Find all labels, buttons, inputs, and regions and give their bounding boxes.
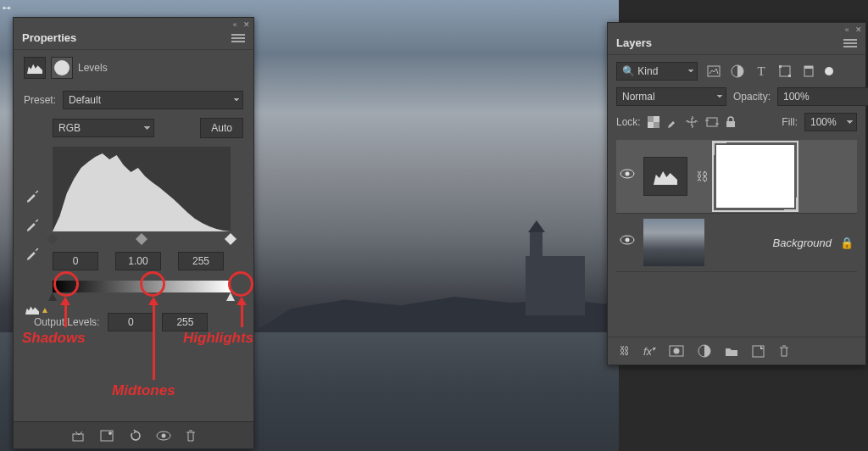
- levels-adjustment-icon[interactable]: [24, 57, 46, 79]
- new-group-icon[interactable]: [725, 346, 738, 357]
- background-thumb[interactable]: [643, 219, 704, 266]
- add-mask-icon[interactable]: [669, 345, 684, 357]
- lock-badge-icon: 🔒: [840, 237, 854, 249]
- preset-label: Preset:: [24, 94, 56, 106]
- filter-shape-icon[interactable]: [777, 64, 793, 79]
- svg-rect-17: [726, 121, 735, 127]
- opacity-label: Opacity:: [733, 91, 771, 103]
- lock-pixels-icon[interactable]: [666, 116, 678, 128]
- eyedropper-black-icon[interactable]: [25, 187, 42, 204]
- levels-histogram: [53, 147, 231, 231]
- properties-footer: [14, 421, 253, 448]
- lock-transparency-icon[interactable]: [648, 116, 659, 128]
- layers-footer: ⛓ fx▾: [608, 337, 865, 365]
- midtone-input[interactable]: [115, 252, 161, 270]
- svg-point-19: [626, 172, 630, 176]
- highlight-input[interactable]: [178, 252, 224, 270]
- svg-point-23: [674, 348, 680, 354]
- svg-rect-12: [648, 116, 654, 122]
- lock-all-icon[interactable]: [726, 116, 736, 128]
- close-icon[interactable]: ✕: [243, 20, 250, 29]
- eyedropper-gray-icon[interactable]: [25, 216, 42, 233]
- mask-icon[interactable]: [51, 57, 73, 79]
- link-icon[interactable]: ⛓: [696, 170, 708, 183]
- visibility-toggle-icon[interactable]: [156, 431, 171, 441]
- output-low-input[interactable]: [108, 313, 153, 331]
- filter-toggle-icon[interactable]: [825, 67, 833, 75]
- fill-select[interactable]: 100%: [804, 113, 857, 131]
- output-high-input[interactable]: [162, 313, 208, 331]
- highlight-slider-handle[interactable]: [225, 233, 236, 245]
- visibility-eye-icon[interactable]: [620, 235, 635, 250]
- svg-point-4: [161, 433, 165, 437]
- panel-menu-icon[interactable]: [843, 39, 857, 47]
- layer-background[interactable]: Background 🔒: [616, 214, 857, 272]
- auto-button[interactable]: Auto: [200, 118, 243, 138]
- filter-adjustment-icon[interactable]: [730, 64, 745, 79]
- histogram-warning-icon: [25, 304, 39, 315]
- view-previous-icon[interactable]: [100, 430, 115, 442]
- channel-select[interactable]: RGB: [53, 119, 154, 137]
- link-layers-icon[interactable]: ⛓: [620, 345, 630, 357]
- blend-mode-select[interactable]: Normal: [616, 87, 726, 106]
- warning-triangle-icon: ▲: [41, 305, 49, 315]
- shadow-input[interactable]: [53, 252, 98, 270]
- fill-label: Fill:: [782, 116, 798, 128]
- output-gradient[interactable]: [53, 281, 231, 292]
- eyedropper-white-icon[interactable]: [25, 245, 42, 262]
- collapse-icon[interactable]: «: [233, 20, 237, 29]
- new-adjustment-icon[interactable]: [698, 344, 711, 358]
- lock-artboard-icon[interactable]: [705, 116, 719, 128]
- opacity-select[interactable]: 100%: [777, 87, 868, 106]
- layer-filter-select[interactable]: 🔍 Kind: [616, 62, 698, 81]
- layer-name-label: Background: [773, 237, 832, 249]
- svg-rect-14: [654, 116, 659, 122]
- layer-mask-thumb[interactable]: [716, 145, 794, 208]
- layer-fx-icon[interactable]: fx▾: [643, 345, 655, 358]
- lock-position-icon[interactable]: [685, 115, 698, 129]
- layers-panel-controls: « ✕: [608, 23, 865, 31]
- annotation-midtones: Midtones: [112, 382, 175, 399]
- midtone-slider-handle[interactable]: [136, 233, 147, 245]
- reset-icon[interactable]: [129, 429, 142, 443]
- output-black-handle[interactable]: [48, 292, 57, 301]
- panel-controls: « ✕: [14, 18, 253, 26]
- svg-rect-8: [779, 65, 782, 68]
- svg-rect-13: [654, 122, 659, 128]
- collapse-icon[interactable]: «: [845, 25, 849, 34]
- svg-rect-5: [708, 66, 720, 76]
- layer-levels-adjustment[interactable]: ⛓: [616, 140, 857, 214]
- svg-rect-11: [804, 66, 813, 69]
- svg-rect-0: [73, 434, 83, 441]
- adjustment-type-label: Levels: [78, 62, 108, 74]
- panel-title: Properties: [22, 31, 76, 44]
- svg-point-21: [626, 238, 630, 242]
- svg-point-2: [108, 432, 112, 435]
- svg-rect-25: [753, 346, 764, 357]
- visibility-eye-icon[interactable]: [620, 169, 635, 184]
- preset-select[interactable]: Default: [63, 91, 243, 109]
- panel-menu-icon[interactable]: [231, 34, 245, 42]
- properties-panel: « ✕ Properties Levels Preset: Default RG…: [13, 17, 254, 449]
- filter-type-icon[interactable]: T: [754, 64, 769, 79]
- svg-rect-9: [788, 75, 791, 77]
- shadow-slider-handle[interactable]: [47, 233, 58, 245]
- resize-arrow-icon: ↔: [0, 0, 14, 15]
- close-icon[interactable]: ✕: [855, 25, 862, 34]
- clip-to-layer-icon[interactable]: [71, 429, 86, 443]
- input-levels-slider[interactable]: [53, 233, 231, 247]
- lock-label: Lock:: [616, 116, 641, 128]
- new-layer-icon[interactable]: [752, 345, 765, 358]
- layers-title: Layers: [616, 36, 652, 49]
- filter-smart-icon[interactable]: [801, 64, 816, 79]
- svg-rect-15: [648, 122, 654, 128]
- delete-icon[interactable]: [185, 429, 197, 443]
- output-white-handle[interactable]: [226, 292, 235, 301]
- delete-layer-icon[interactable]: [778, 344, 790, 358]
- adjustment-thumb[interactable]: [643, 157, 687, 196]
- filter-pixel-icon[interactable]: [706, 64, 721, 79]
- svg-rect-16: [707, 118, 717, 126]
- layers-panel: « ✕ Layers 🔍 Kind T Normal Opacity: 100%…: [607, 22, 866, 365]
